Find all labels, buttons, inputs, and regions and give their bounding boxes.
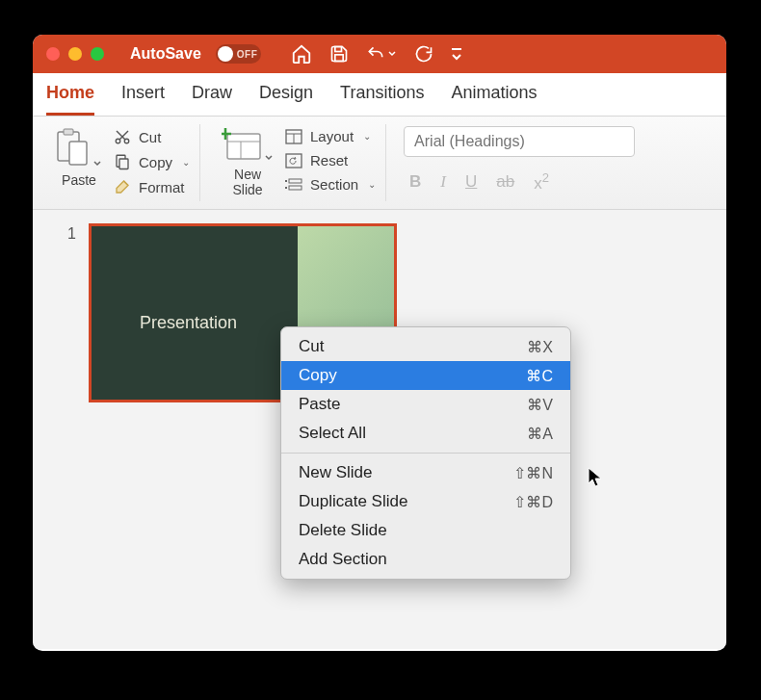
layout-button[interactable]: Layout ⌄ [285, 128, 376, 144]
clipboard-group: Paste Cut Copy ⌄ Format [42, 124, 200, 201]
tab-draw[interactable]: Draw [192, 83, 232, 116]
menu-select-all[interactable]: Select All ⌘A [281, 419, 570, 448]
context-menu: Cut ⌘X Copy ⌘C Paste ⌘V Select All ⌘A N [280, 326, 571, 580]
tab-transitions[interactable]: Transitions [340, 83, 424, 116]
menu-delete-slide[interactable]: Delete Slide [281, 516, 570, 545]
reset-button[interactable]: Reset [285, 152, 376, 169]
ribbon-tabs: Home Insert Draw Design Transitions Anim… [33, 73, 726, 117]
menu-copy-label: Copy [299, 366, 337, 385]
section-button[interactable]: Section ⌄ [285, 176, 376, 193]
svg-rect-4 [64, 129, 73, 135]
qat-more-icon[interactable] [451, 46, 462, 62]
chevron-down-icon: ⌄ [363, 131, 371, 142]
menu-delete-slide-label: Delete Slide [299, 521, 387, 540]
tab-insert[interactable]: Insert [121, 83, 165, 116]
cut-button[interactable]: Cut [114, 128, 190, 145]
close-window-button[interactable] [46, 47, 60, 61]
menu-select-all-shortcut: ⌘A [527, 425, 553, 443]
cut-label: Cut [139, 129, 161, 145]
new-slide-button[interactable]: New Slide [218, 126, 277, 199]
font-family-input[interactable] [404, 126, 635, 157]
slide-title-text: Presentation [140, 313, 237, 333]
svg-rect-1 [335, 55, 343, 62]
menu-duplicate-slide-label: Duplicate Slide [299, 492, 407, 511]
tab-design[interactable]: Design [259, 83, 313, 116]
slide-thumbnail-panel: 1 Presentation Cut ⌘X Copy ⌘C Paste [33, 210, 726, 649]
menu-cut-label: Cut [299, 337, 324, 356]
menu-cut-shortcut: ⌘X [527, 338, 553, 356]
svg-rect-19 [286, 154, 302, 168]
chevron-down-icon: ⌄ [368, 179, 376, 190]
menu-new-slide[interactable]: New Slide ⇧⌘N [281, 458, 570, 487]
svg-rect-20 [289, 179, 302, 183]
chevron-down-icon: ⌄ [182, 157, 190, 168]
titlebar: AutoSave OFF [33, 35, 726, 73]
font-group: B I U ab x2 [394, 124, 644, 201]
svg-rect-0 [335, 47, 342, 52]
menu-copy[interactable]: Copy ⌘C [281, 361, 570, 390]
menu-copy-shortcut: ⌘C [526, 367, 553, 385]
menu-add-section[interactable]: Add Section [281, 545, 570, 574]
autosave-knob [218, 46, 233, 62]
cursor-icon [588, 467, 605, 488]
font-format-row: B I U ab x2 [404, 170, 549, 194]
svg-rect-5 [69, 142, 87, 165]
menu-duplicate-slide[interactable]: Duplicate Slide ⇧⌘D [281, 487, 570, 516]
content-area: 1 Presentation Cut ⌘X Copy ⌘C Paste [33, 210, 726, 649]
superscript-button[interactable]: x2 [534, 170, 549, 194]
redo-icon[interactable] [414, 44, 433, 64]
menu-new-slide-label: New Slide [299, 463, 373, 482]
menu-add-section-label: Add Section [299, 550, 387, 569]
svg-rect-23 [285, 187, 287, 189]
home-icon[interactable] [291, 43, 312, 65]
svg-rect-22 [285, 180, 287, 182]
minimize-window-button[interactable] [68, 47, 82, 61]
menu-duplicate-slide-shortcut: ⇧⌘D [513, 493, 553, 511]
maximize-window-button[interactable] [91, 47, 104, 61]
paste-button[interactable]: Paste [52, 126, 106, 190]
copy-button[interactable]: Copy ⌄ [114, 153, 190, 170]
format-painter-button[interactable]: Format [114, 178, 190, 195]
strikethrough-button[interactable]: ab [496, 172, 514, 192]
menu-separator [281, 453, 570, 454]
svg-rect-11 [227, 134, 260, 159]
menu-paste-shortcut: ⌘V [527, 396, 553, 414]
ribbon: Paste Cut Copy ⌄ Format [33, 117, 726, 210]
menu-paste-label: Paste [299, 395, 340, 414]
menu-new-slide-shortcut: ⇧⌘N [513, 464, 553, 482]
window-controls [46, 47, 104, 61]
menu-cut[interactable]: Cut ⌘X [281, 332, 570, 361]
menu-paste[interactable]: Paste ⌘V [281, 390, 570, 419]
layout-label: Layout [310, 128, 354, 144]
reset-label: Reset [310, 152, 348, 169]
tab-home[interactable]: Home [46, 83, 94, 116]
app-window: AutoSave OFF Home Insert [33, 35, 726, 651]
format-label: Format [139, 179, 185, 195]
copy-label: Copy [139, 154, 172, 170]
bold-button[interactable]: B [409, 172, 421, 192]
quick-access-toolbar [291, 43, 462, 65]
autosave-state: OFF [237, 49, 258, 60]
paste-label: Paste [62, 172, 96, 188]
autosave-label: AutoSave [130, 45, 201, 63]
tab-animations[interactable]: Animations [451, 83, 537, 116]
svg-rect-2 [452, 48, 461, 50]
menu-select-all-label: Select All [299, 424, 366, 443]
svg-rect-10 [119, 159, 128, 169]
new-slide-label: New Slide [232, 167, 262, 197]
save-icon[interactable] [329, 44, 349, 64]
svg-rect-21 [289, 186, 302, 190]
slide-number: 1 [67, 225, 76, 243]
italic-button[interactable]: I [440, 172, 446, 192]
slides-group: New Slide Layout ⌄ Reset Section ⌄ [208, 124, 386, 201]
section-label: Section [310, 176, 358, 193]
autosave-toggle[interactable]: OFF [216, 44, 262, 64]
undo-group[interactable] [366, 44, 397, 64]
underline-button[interactable]: U [465, 172, 477, 192]
